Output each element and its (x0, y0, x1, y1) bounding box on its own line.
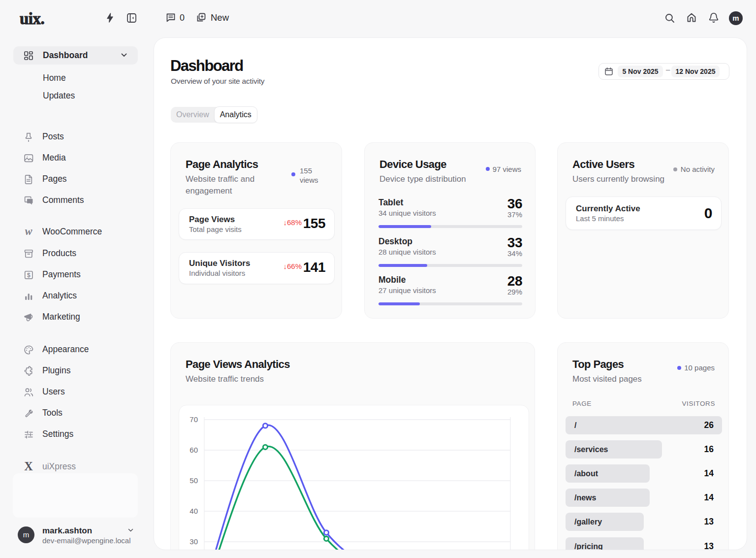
svg-text:40: 40 (189, 507, 198, 515)
svg-text:w: w (25, 227, 32, 237)
svg-text:50: 50 (189, 476, 198, 485)
svg-text:X: X (24, 462, 33, 472)
svg-text:$: $ (27, 272, 31, 279)
svg-text:30: 30 (189, 537, 198, 546)
svg-text:60: 60 (189, 446, 198, 454)
svg-text:70: 70 (189, 415, 198, 424)
